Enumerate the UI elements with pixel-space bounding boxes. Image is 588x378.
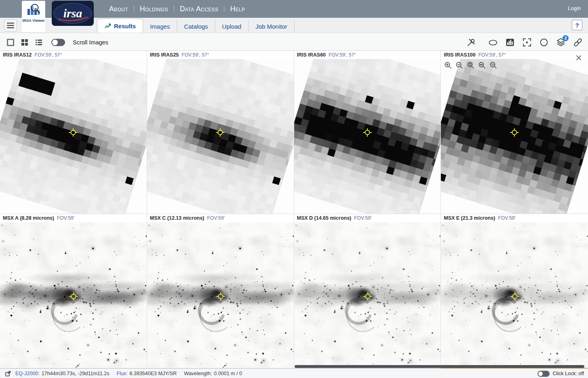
scroll-images-label: Scroll Images — [73, 39, 108, 46]
irsa-viewer-logo[interactable]: IRSA Viewer — [22, 1, 45, 32]
image-tools-group: 2 — [466, 34, 583, 51]
image-panel-iras60[interactable]: IRIS IRAS60 FOV:59', 57° — [294, 51, 441, 214]
layers-count-badge: 2 — [563, 35, 569, 41]
panel-header: IRIS IRAS60 FOV:59', 57° — [294, 51, 441, 59]
sidebar-menu-button[interactable] — [4, 19, 17, 32]
panel-fov: FOV:59', 57° — [478, 52, 506, 58]
sky-image[interactable] — [294, 222, 441, 368]
panel-fov: FOV:59', 57° — [329, 52, 356, 58]
region-circle-icon[interactable] — [538, 37, 549, 48]
flux-label: Flux: — [116, 371, 127, 376]
sky-image-canvas[interactable] — [294, 59, 441, 214]
sky-image[interactable] — [147, 59, 294, 214]
toggle-knob — [52, 40, 58, 45]
scroll-images-toggle[interactable] — [51, 39, 65, 46]
image-panel-iras100[interactable]: IRIS IRAS100 FOV:59', 57° — [441, 51, 588, 214]
sky-image[interactable]: 1x — [441, 59, 588, 214]
zoom-in-icon[interactable] — [444, 61, 452, 69]
tab-catalogs[interactable]: Catalogs — [177, 20, 215, 33]
irsa-viewer-logo-icon — [26, 2, 41, 17]
panel-header: MSX D (14.65 microns) FOV:59' — [294, 214, 441, 222]
irsa-logo-graphic: irsa — [52, 1, 94, 26]
panel-header: IRIS IRAS100 FOV:59', 57° — [441, 51, 588, 59]
wavelength-label: Wavelength: — [184, 371, 212, 376]
recenter-icon[interactable] — [521, 37, 532, 48]
tab-catalogs-label: Catalogs — [184, 23, 208, 30]
irsa-viewer-app: About Holdings Data Access Help Login IR… — [0, 0, 588, 378]
help-button[interactable]: ? — [572, 20, 582, 30]
image-panel-iras12[interactable]: IRIS IRAS12 FOV:59', 57° — [0, 51, 147, 214]
irsa-viewer-logo-label: IRSA Viewer — [22, 18, 44, 23]
nav-help[interactable]: Help — [224, 5, 251, 13]
nav-holdings[interactable]: Holdings — [134, 5, 174, 13]
panel-title: IRIS IRAS12 — [3, 52, 32, 58]
zoom-fit-icon[interactable] — [466, 61, 475, 69]
tab-job-monitor-label: Job Monitor — [255, 23, 287, 30]
sky-image-canvas[interactable] — [294, 222, 441, 368]
panel-title: MSX A (8.28 microns) — [3, 215, 54, 221]
image-grid: IRIS IRAS12 FOV:59', 57° IRIS IRAS25 FOV… — [0, 51, 588, 368]
layers-icon[interactable]: 2 — [555, 37, 566, 48]
tab-upload[interactable]: Upload — [215, 20, 249, 33]
view-toolbar: Scroll Images — [0, 34, 588, 51]
ellipse-select-icon[interactable] — [487, 37, 498, 48]
login-link[interactable]: Login — [568, 5, 581, 11]
close-icon[interactable] — [575, 55, 583, 62]
zoom-toolbar: 1x — [444, 61, 497, 69]
toggle-knob — [538, 372, 543, 376]
sky-image-canvas[interactable] — [0, 222, 147, 368]
coord-system-label: EQ-J2000: — [15, 371, 40, 376]
panel-title: IRIS IRAS25 — [150, 52, 179, 58]
tools-icon[interactable] — [466, 37, 476, 48]
sky-image[interactable] — [441, 222, 588, 368]
svg-text:1x: 1x — [491, 63, 495, 66]
color-stretch-icon[interactable] — [504, 37, 515, 48]
panel-header: MSX E (21.3 microns) FOV:59' — [441, 214, 588, 222]
sky-image[interactable] — [0, 59, 147, 214]
image-panel-msx-e[interactable]: MSX E (21.3 microns) FOV:59' — [441, 214, 588, 368]
zoom-1x-icon[interactable]: 1x — [489, 61, 497, 69]
sky-image-canvas[interactable] — [441, 59, 588, 214]
sky-image-canvas[interactable] — [147, 59, 294, 214]
list-view-icon[interactable] — [34, 38, 44, 47]
horizontal-scrollbar-thumb[interactable] — [295, 365, 584, 368]
panel-header: IRIS IRAS25 FOV:59', 57° — [147, 51, 294, 59]
sky-image[interactable] — [294, 59, 441, 214]
click-lock-toggle[interactable] — [537, 371, 550, 377]
main-nav: About Holdings Data Access Help — [103, 0, 251, 18]
zoom-fill-icon[interactable] — [478, 61, 486, 69]
sky-image[interactable] — [147, 222, 294, 368]
wcs-link-icon[interactable] — [572, 37, 583, 48]
sky-image-canvas[interactable] — [147, 222, 294, 368]
sky-image-canvas[interactable] — [0, 59, 147, 214]
panel-fov: FOV:59' — [57, 215, 74, 221]
tab-results[interactable]: Results — [97, 19, 143, 33]
panel-header: IRIS IRAS12 FOV:59', 57° — [0, 51, 147, 59]
tab-images-label: Images — [150, 23, 170, 30]
nav-data-access[interactable]: Data Access — [174, 5, 224, 13]
nav-about[interactable]: About — [103, 5, 134, 13]
zoom-out-icon[interactable] — [455, 61, 464, 69]
panel-title: IRIS IRAS60 — [297, 52, 326, 58]
tab-job-monitor[interactable]: Job Monitor — [249, 20, 294, 33]
results-chart-icon — [104, 23, 111, 29]
panel-header: MSX C (12.13 microns) FOV:59' — [147, 214, 294, 222]
panel-header: MSX A (8.28 microns) FOV:59' — [0, 214, 147, 222]
coord-value: 17h44m30.73s, -29d11m11.2s — [42, 371, 110, 376]
image-panel-msx-c[interactable]: MSX C (12.13 microns) FOV:59' — [147, 214, 294, 368]
image-panel-msx-a[interactable]: MSX A (8.28 microns) FOV:59' — [0, 214, 147, 368]
image-panel-msx-d[interactable]: MSX D (14.65 microns) FOV:59' — [294, 214, 441, 368]
single-view-icon[interactable] — [6, 38, 15, 47]
image-panel-iras25[interactable]: IRIS IRAS25 FOV:59', 57° — [147, 51, 294, 214]
irsa-logo[interactable]: irsa — [52, 1, 94, 26]
expand-icon[interactable] — [5, 370, 11, 377]
flux-value: 6.393540E3 MJY/SR — [130, 371, 177, 376]
sky-image-canvas[interactable] — [441, 222, 588, 368]
grid-view-icon[interactable] — [20, 38, 30, 47]
panel-fov: FOV:59', 57° — [181, 52, 209, 58]
tab-images[interactable]: Images — [143, 20, 177, 33]
panel-fov: FOV:59' — [207, 215, 225, 221]
panel-fov: FOV:59' — [498, 215, 515, 221]
sky-image[interactable] — [0, 222, 147, 368]
click-lock-group: Click Lock: off — [537, 369, 584, 378]
